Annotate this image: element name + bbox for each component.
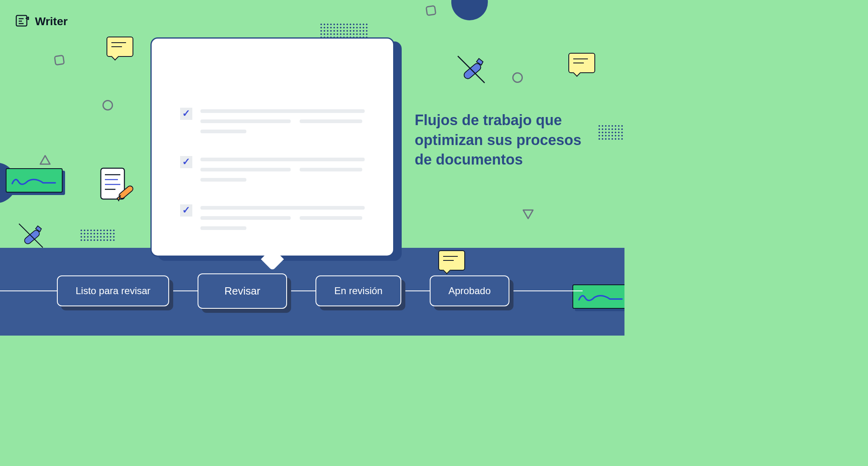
writer-logo-icon [15, 14, 29, 29]
circle-outline-icon [512, 72, 523, 83]
flow-connector [287, 290, 315, 291]
checkmark-icon: ✓ [180, 204, 192, 217]
dot-grid-icon [320, 23, 368, 37]
square-outline-icon [54, 54, 65, 65]
triangle-outline-icon [522, 209, 534, 222]
promo-canvas: Writer [0, 0, 624, 336]
dot-grid-icon [80, 229, 116, 241]
circle-outline-icon [102, 100, 113, 111]
triangle-outline-icon [39, 154, 51, 167]
flow-connector [0, 290, 57, 291]
workflow-step[interactable]: Aprobado [430, 275, 509, 306]
workflow-steps: Listo para revisar Revisar En revisión A… [0, 267, 624, 315]
doc-line-group [200, 108, 365, 133]
headline-text: Flujos de trabajo que optimizan sus proc… [415, 111, 598, 170]
doc-line-group [200, 204, 365, 230]
sticky-note-icon [107, 37, 133, 57]
workflow-step[interactable]: En revisión [315, 275, 401, 306]
no-edit-icon [15, 219, 47, 254]
checkmark-icon: ✓ [180, 108, 192, 120]
doc-checklist-item: ✓ [180, 156, 365, 182]
step-label: Listo para revisar [57, 275, 169, 306]
checkmark-icon: ✓ [180, 156, 192, 168]
signature-card-icon [6, 168, 63, 193]
document-card: ✓ ✓ ✓ [150, 37, 394, 257]
workflow-step[interactable]: Listo para revisar [57, 275, 169, 306]
step-label: Revisar [198, 273, 287, 309]
brand-lockup: Writer [15, 14, 67, 29]
flow-connector [169, 290, 198, 291]
flow-connector [401, 290, 430, 291]
step-label: Aprobado [430, 275, 509, 306]
dot-grid-icon [598, 124, 624, 141]
doc-checklist-item: ✓ [180, 108, 365, 133]
brand-name: Writer [35, 15, 67, 28]
doc-line-group [200, 156, 365, 182]
flow-connector [509, 290, 583, 291]
sticky-note-icon [568, 53, 595, 73]
doc-checklist-item: ✓ [180, 204, 365, 230]
note-edit-icon [98, 166, 134, 208]
square-outline-icon [425, 5, 436, 16]
workflow-step-active[interactable]: Revisar [198, 273, 287, 309]
step-label: En revisión [315, 275, 401, 306]
no-edit-icon [453, 51, 489, 89]
